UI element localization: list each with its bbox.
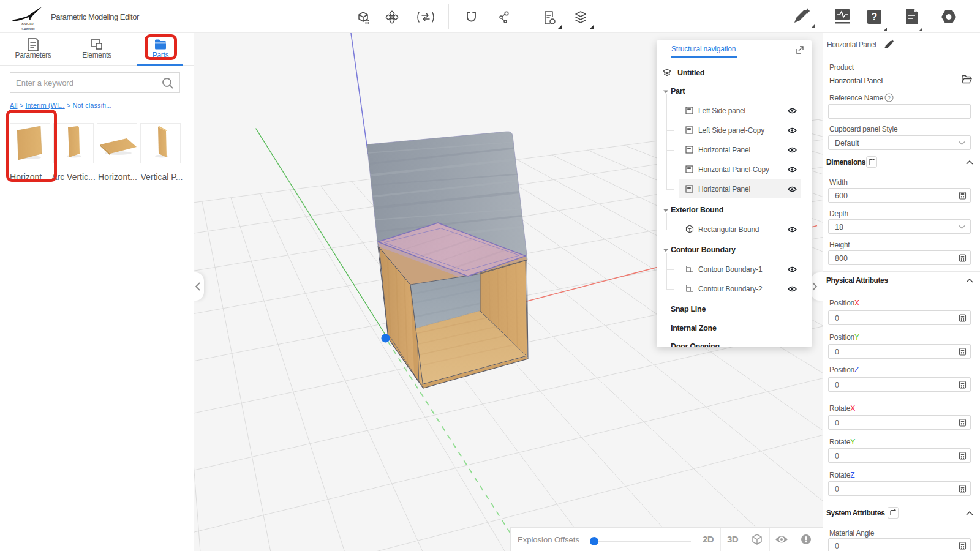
svg-text:Cabinets: Cabinets <box>21 27 35 31</box>
svg-text:SeaGull: SeaGull <box>21 22 34 26</box>
svg-text:?: ? <box>872 12 878 22</box>
svg-text:?: ? <box>888 95 891 101</box>
